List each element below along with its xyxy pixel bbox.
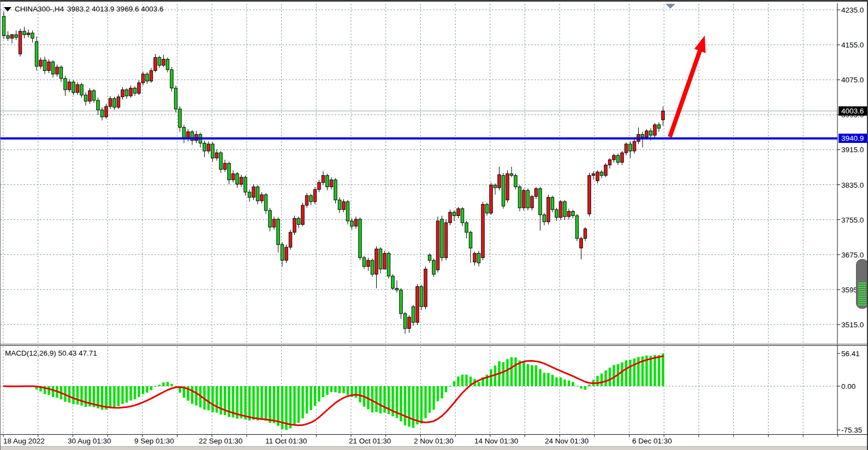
candle-body — [531, 196, 533, 208]
time-axis-label: 6 Dec 01:30 — [632, 437, 672, 445]
candle-body — [15, 35, 17, 38]
candle-body — [100, 110, 103, 117]
candle-body — [272, 219, 275, 227]
candle-body — [653, 125, 656, 135]
candle-body — [293, 218, 296, 232]
candle-body — [547, 197, 550, 222]
candle-body — [43, 60, 46, 70]
candle-body — [481, 205, 484, 258]
candle-body — [121, 90, 124, 97]
candle-body — [350, 221, 353, 226]
macd-axis-label: 0.00 — [841, 382, 855, 391]
candle-body — [551, 197, 554, 209]
candle-body — [231, 174, 234, 180]
candle-body — [342, 202, 345, 209]
candle-body — [416, 286, 419, 322]
candle-body — [371, 260, 373, 274]
current-price-badge: 4003.6 — [839, 106, 868, 116]
price-axis-label: 3515.0 — [841, 321, 864, 329]
main-panel[interactable] — [1, 4, 837, 344]
price-axis-label: 4235.0 — [841, 6, 864, 14]
candle-body — [125, 90, 128, 96]
candle-body — [326, 176, 329, 187]
candle-body — [211, 144, 214, 158]
time-axis-label: 30 Aug 01:30 — [68, 437, 111, 445]
candle-body — [7, 35, 9, 38]
candle-body — [113, 99, 116, 107]
candle-body — [166, 59, 169, 70]
candle-body — [461, 209, 463, 223]
candle-body — [616, 155, 619, 163]
chart-canvas[interactable] — [1, 2, 868, 450]
symbol-dropdown-icon[interactable] — [4, 7, 11, 11]
candle-body — [84, 95, 87, 101]
candle-body — [219, 153, 222, 169]
candle-body — [150, 70, 152, 81]
price-axis-label: 3835.0 — [841, 181, 864, 189]
scrollbar-grip-stripes — [858, 283, 866, 306]
candle-body — [514, 176, 517, 187]
candle-body — [559, 202, 562, 218]
candle-body — [129, 88, 132, 95]
candle-body — [510, 174, 513, 176]
candle-body — [277, 219, 280, 244]
candle-body — [313, 189, 316, 201]
candle-body — [539, 189, 542, 215]
candle-body — [338, 200, 341, 210]
price-axis-label: 4075.0 — [841, 76, 864, 84]
candle-body — [256, 187, 259, 201]
candle-body — [441, 219, 443, 258]
candle-body — [31, 33, 34, 38]
trend-arrow[interactable] — [670, 35, 706, 137]
time-axis-label: 11 Oct 01:30 — [265, 437, 307, 445]
candle-body — [662, 111, 664, 119]
candle-body — [555, 209, 558, 217]
chart-header: CHINA300-,H4 3983.2 4013.9 3969.6 4003.6 — [4, 5, 163, 13]
candle-body — [269, 211, 271, 227]
candle-body — [588, 176, 591, 214]
time-axis-label: 18 Aug 2022 — [3, 437, 45, 445]
candle-body — [657, 125, 660, 128]
candle-body — [444, 223, 447, 257]
candle-body — [600, 172, 603, 175]
candle-body — [35, 42, 38, 67]
time-axis-line — [1, 434, 868, 435]
axis-ticks — [3, 10, 840, 437]
candle-body — [80, 85, 83, 95]
candle-body — [72, 82, 75, 92]
candle-body — [490, 185, 492, 213]
scroll-position-marker-icon[interactable] — [665, 4, 675, 9]
candle-body — [76, 85, 79, 92]
candle-body — [403, 314, 406, 328]
macd-axis-label: 56.41 — [841, 349, 860, 357]
candle-body — [236, 174, 239, 184]
candle-body — [526, 190, 529, 208]
vertical-scrollbar-thumb[interactable] — [856, 259, 868, 309]
candle-body — [248, 192, 251, 197]
candle-body — [56, 67, 58, 74]
candle-body — [412, 307, 414, 322]
price-axis-label: 3675.0 — [841, 250, 864, 259]
candle-body — [645, 131, 648, 137]
macd-panel[interactable] — [1, 346, 837, 434]
candle-body — [10, 35, 13, 38]
candle-body — [608, 160, 611, 165]
panel-separator[interactable] — [1, 344, 868, 345]
candle-body — [68, 82, 70, 89]
candle-body — [518, 187, 521, 208]
candle-body — [473, 253, 476, 262]
candle-body — [641, 134, 644, 137]
candle-body — [424, 269, 427, 307]
candle-body — [174, 88, 177, 109]
time-axis-label: 21 Oct 01:30 — [349, 437, 391, 445]
window-bottom-edge — [1, 446, 868, 450]
price-axis-label: 4155.0 — [841, 41, 864, 49]
candle-body — [543, 215, 545, 222]
time-axis-label: 24 Nov 01:30 — [545, 437, 588, 445]
candle-body — [572, 211, 574, 215]
candle-body — [453, 212, 455, 215]
candle-body — [133, 88, 136, 93]
candle-body — [154, 57, 157, 70]
candle-body — [408, 317, 411, 328]
candle-body — [228, 163, 230, 179]
